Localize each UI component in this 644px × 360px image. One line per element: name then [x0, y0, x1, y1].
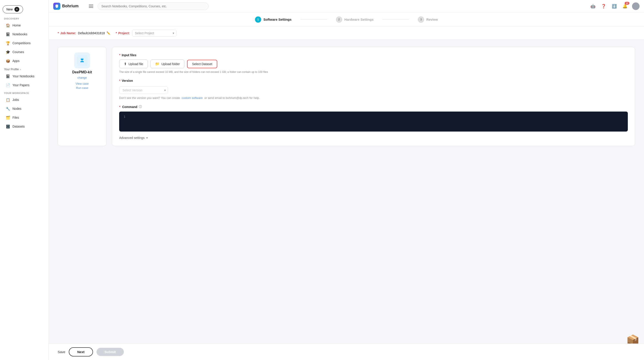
search-input[interactable] [98, 3, 208, 10]
profile-label: Your Profile [4, 68, 19, 71]
sidebar-item-datasets[interactable]: 🗄️ Datasets [2, 122, 47, 131]
edit-icon[interactable]: ✏️ [106, 31, 110, 35]
sidebar-item-courses[interactable]: 🎓 Courses [2, 48, 47, 56]
search-bar[interactable] [98, 3, 208, 10]
step-2-num: 2 [336, 17, 342, 23]
app-card-links: View case Run case [76, 82, 88, 90]
step-3-num: 3 [418, 17, 424, 23]
sidebar-item-jobs[interactable]: 📋 Jobs [2, 96, 47, 104]
step-1: 1 Software Settings [246, 17, 300, 23]
help-icon[interactable]: ❓ [600, 3, 607, 10]
command-editor[interactable]: 1 [119, 112, 628, 131]
step-1-label: Software Settings [264, 18, 292, 21]
sidebar-item-files[interactable]: 🗂️ Files [2, 113, 47, 122]
new-button[interactable]: New + [3, 5, 23, 13]
upload-file-label: Upload file [128, 62, 143, 66]
competitions-icon: 🏆 [6, 41, 10, 45]
input-files-label: * Input files [119, 53, 628, 57]
command-line-num: 1 [124, 115, 126, 119]
sidebar-item-notebooks[interactable]: 📓 Notebooks [2, 30, 47, 39]
sidebar-item-your-notebooks[interactable]: 📓 Your Notebooks [2, 72, 47, 80]
submit-button[interactable]: Submit [96, 348, 124, 356]
steps-bar: 1 Software Settings 2 Hardware Settings … [49, 13, 644, 27]
sidebar-item-your-papers[interactable]: 📄 Your Papers [2, 81, 47, 89]
select-dataset-button[interactable]: Select Dataset [187, 60, 217, 68]
download-icon[interactable]: ⬇️ [611, 3, 618, 10]
files-icon: 🗂️ [6, 115, 10, 120]
nodes-icon: 🔧 [6, 106, 10, 111]
upload-file-button[interactable]: ⬆ Upload file [119, 60, 148, 68]
advanced-settings-chevron-icon: ▾ [146, 136, 148, 139]
version-section: * Version Select Version ▾ Don't see the… [119, 79, 628, 100]
sidebar-item-home-label: Home [12, 24, 21, 27]
sidebar-item-your-papers-label: Your Papers [12, 83, 30, 87]
custom-software-link[interactable]: custom software [182, 96, 203, 100]
topbar: Bohrium 🤖 ❓ ⬇️ 🔔 54 [49, 0, 644, 13]
job-name-value: DefaultJob9431818 [78, 31, 105, 35]
upload-folder-icon: 📁 [155, 62, 160, 66]
run-case-link[interactable]: Run case [76, 86, 88, 90]
project-select[interactable]: Select Project [132, 30, 176, 37]
sidebar-item-your-notebooks-label: Your Notebooks [12, 74, 34, 78]
jobs-icon: 📋 [6, 98, 10, 102]
upload-row: ⬆ Upload file 📁 Upload folder Select Dat… [119, 60, 628, 68]
sidebar-item-competitions-label: Competitions [12, 41, 30, 45]
app-layout: New + Discovery 🏠 Home 📓 Notebooks 🏆 Com… [0, 0, 644, 360]
app-card: DeePMD-kit change View case Run case [58, 47, 106, 146]
next-button[interactable]: Next [69, 347, 93, 356]
sidebar: New + Discovery 🏠 Home 📓 Notebooks 🏆 Com… [0, 0, 49, 360]
sidebar-item-apps[interactable]: 📦 Apps [2, 57, 47, 65]
app-card-change[interactable]: change [78, 76, 87, 79]
sidebar-item-jobs-label: Jobs [12, 98, 19, 102]
sidebar-item-home[interactable]: 🏠 Home [2, 21, 47, 30]
job-header: * Job Name: DefaultJob9431818 ✏️ * Proje… [49, 27, 644, 40]
notebooks-icon: 📓 [6, 32, 10, 37]
step-2: 2 Hardware Settings [327, 17, 382, 23]
view-case-link[interactable]: View case [76, 82, 88, 85]
home-icon: 🏠 [6, 23, 10, 28]
sidebar-item-notebooks-label: Notebooks [12, 33, 27, 36]
step-1-num: 1 [255, 17, 261, 23]
version-select[interactable]: Select Version [119, 86, 168, 94]
save-button[interactable]: Save [58, 350, 65, 354]
profile-section[interactable]: Your Profile › [0, 65, 48, 72]
step-2-label: Hardware Settings [344, 18, 374, 21]
new-button-label: New [6, 8, 13, 11]
job-name-label: Job Name: [60, 31, 76, 35]
sidebar-item-courses-label: Courses [12, 50, 24, 54]
notification-icon[interactable]: 🔔 54 [621, 3, 628, 10]
command-label: * Command ⓘ [119, 105, 628, 109]
your-notebooks-icon: 📓 [6, 74, 10, 78]
your-papers-icon: 📄 [6, 83, 10, 87]
step-3: 3 Review [409, 17, 447, 23]
avatar[interactable] [632, 3, 640, 10]
sidebar-item-nodes[interactable]: 🔧 Nodes [2, 104, 47, 113]
footer-actions: Save Next Submit [49, 343, 644, 360]
datasets-icon: 🗄️ [6, 124, 10, 129]
courses-icon: 🎓 [6, 50, 10, 54]
discovery-section-label: Discovery [0, 15, 48, 21]
advanced-settings[interactable]: Advanced settings ▾ [119, 136, 628, 139]
menu-icon[interactable] [88, 4, 94, 9]
sidebar-item-competitions[interactable]: 🏆 Competitions [2, 39, 47, 47]
app-logo: Bohrium [53, 3, 84, 10]
advanced-settings-label: Advanced settings [119, 136, 144, 139]
logo-icon [53, 3, 60, 10]
step-3-label: Review [426, 18, 438, 21]
app-card-name: DeePMD-kit [72, 70, 92, 74]
sidebar-item-apps-label: Apps [12, 59, 20, 63]
profile-arrow-icon: › [20, 68, 21, 71]
command-info-icon[interactable]: ⓘ [139, 105, 142, 109]
command-section: * Command ⓘ 1 [119, 105, 628, 131]
project-required: * [116, 31, 117, 35]
workspace-section-label: Your Workspace [0, 90, 48, 95]
upload-folder-button[interactable]: 📁 Upload folder [150, 60, 184, 68]
upload-folder-label: Upload folder [161, 62, 180, 66]
content-area: DeePMD-kit change View case Run case * I… [49, 40, 644, 360]
robot-icon[interactable]: 🤖 [590, 3, 596, 10]
notification-badge: 54 [625, 2, 629, 5]
version-label: * Version [119, 79, 628, 82]
project-label: Project: [118, 31, 130, 35]
main-content: Bohrium 🤖 ❓ ⬇️ 🔔 54 [49, 0, 644, 360]
form-layout: DeePMD-kit change View case Run case * I… [58, 47, 635, 146]
